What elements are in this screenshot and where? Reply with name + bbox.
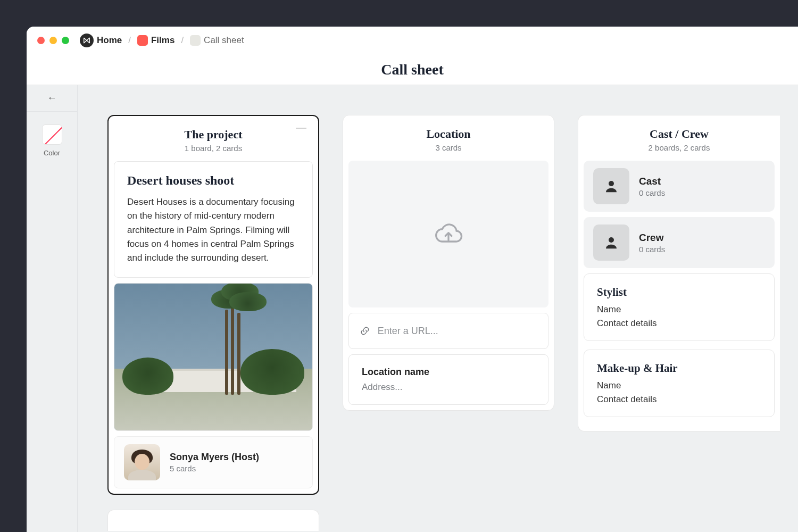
card-location-details[interactable]: Location name Address...: [348, 354, 548, 405]
breadcrumb-home-label: Home: [97, 35, 122, 46]
breadcrumb-current-label: Call sheet: [204, 35, 244, 46]
subboard-cast[interactable]: Cast 0 cards: [584, 161, 775, 212]
card-makeup-title: Make-up & Hair: [597, 362, 761, 375]
color-tool[interactable]: Color: [27, 124, 77, 157]
card-stylist-contact: Contact details: [597, 318, 761, 329]
board-cast-subtitle: 2 boards, 2 cards: [584, 143, 775, 152]
svg-point-0: [609, 181, 614, 186]
board-cast-crew[interactable]: Cast / Crew 2 boards, 2 cards Cast 0 car…: [578, 115, 780, 431]
subboard-cast-sub: 0 cards: [639, 188, 665, 197]
location-name-label: Location name: [362, 367, 535, 378]
board-project[interactable]: The project 1 board, 2 cards Desert hous…: [107, 115, 319, 495]
card-description-title: Desert houses shoot: [127, 173, 300, 188]
no-color-icon: [42, 124, 62, 145]
card-makeup-contact: Contact details: [597, 394, 761, 405]
upload-dropzone[interactable]: [348, 161, 548, 307]
card-stylist-title: Stylist: [597, 286, 761, 299]
column-project: The project 1 board, 2 cards Desert hous…: [107, 115, 319, 532]
workspace: ← Color The project 1 board, 2 cards Des…: [27, 85, 798, 532]
page-title: Call sheet: [381, 61, 443, 78]
board-project-subtitle: 1 board, 2 cards: [114, 144, 313, 153]
color-tool-label: Color: [27, 149, 77, 157]
breadcrumb-separator: /: [180, 35, 185, 46]
subboard-crew-sub: 0 cards: [639, 245, 665, 254]
subboard-cast-title: Cast: [639, 176, 665, 187]
host-subtitle: 5 cards: [170, 464, 259, 473]
breadcrumb-films[interactable]: Films: [137, 35, 174, 46]
canvas[interactable]: The project 1 board, 2 cards Desert hous…: [78, 85, 798, 532]
window-controls: [37, 37, 69, 44]
app-logo-icon: [80, 34, 94, 47]
person-icon: [593, 225, 629, 261]
close-icon[interactable]: [37, 37, 45, 44]
subboard-crew-title: Crew: [639, 232, 665, 244]
subboard-crew[interactable]: Crew 0 cards: [584, 217, 775, 268]
card-host[interactable]: Sonya Myers (Host) 5 cards: [114, 436, 313, 488]
fullscreen-icon[interactable]: [62, 37, 69, 44]
location-address-placeholder: Address...: [362, 382, 535, 393]
svg-point-1: [609, 237, 614, 243]
link-icon: [360, 325, 370, 337]
board-location-subtitle: 3 cards: [348, 143, 548, 152]
breadcrumb-separator: /: [127, 35, 132, 46]
card-stylist-name: Name: [597, 304, 761, 315]
card-description[interactable]: Desert houses shoot Desert Houses is a d…: [114, 161, 313, 278]
breadcrumb-current[interactable]: Call sheet: [190, 35, 244, 46]
cloud-upload-icon: [434, 219, 463, 249]
page-header: Call sheet: [27, 54, 798, 85]
host-name: Sonya Myers (Host): [170, 452, 259, 463]
page-color-icon: [190, 35, 201, 46]
person-icon: [593, 168, 629, 204]
board-location-title: Location: [348, 127, 548, 141]
collapse-icon[interactable]: [296, 128, 306, 129]
board-placeholder[interactable]: [107, 510, 319, 531]
card-makeup[interactable]: Make-up & Hair Name Contact details: [584, 350, 775, 417]
films-color-icon: [137, 35, 148, 46]
column-cast-crew: Cast / Crew 2 boards, 2 cards Cast 0 car…: [578, 115, 780, 532]
host-avatar: [124, 444, 160, 480]
titlebar: Home / Films / Call sheet: [27, 27, 798, 54]
board-cast-title: Cast / Crew: [584, 127, 775, 141]
card-url[interactable]: [348, 313, 548, 349]
breadcrumb-home[interactable]: Home: [80, 34, 122, 47]
back-button[interactable]: ←: [27, 93, 77, 112]
card-stylist[interactable]: Stylist Name Contact details: [584, 273, 775, 341]
url-input[interactable]: [378, 326, 537, 337]
side-rail: ← Color: [27, 85, 78, 532]
board-project-title: The project: [114, 128, 313, 142]
column-location: Location 3 cards: [343, 115, 554, 532]
board-location[interactable]: Location 3 cards: [343, 115, 554, 411]
card-image[interactable]: [114, 283, 313, 431]
card-description-body: Desert Houses is a documentary focusing …: [127, 195, 300, 265]
card-makeup-name: Name: [597, 380, 761, 391]
minimize-icon[interactable]: [49, 37, 57, 44]
app-window: Home / Films / Call sheet Call sheet ← C…: [27, 27, 798, 532]
breadcrumb-films-label: Films: [151, 35, 174, 46]
